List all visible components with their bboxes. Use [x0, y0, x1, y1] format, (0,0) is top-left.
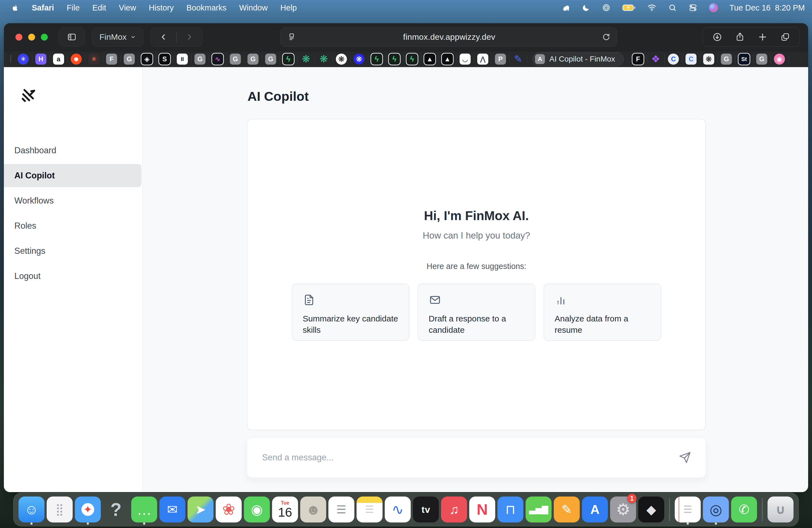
favicon-dribbble[interactable]: ◉ — [774, 54, 785, 64]
favicon-bolt-app[interactable]: ϟ — [407, 54, 418, 64]
battery-charging-icon[interactable] — [622, 4, 636, 12]
favicon-spiral-app[interactable]: ❋ — [318, 54, 329, 64]
dock-app-grid[interactable]: ⣿ — [46, 494, 74, 525]
suggestion-card-analyze-data[interactable]: Analyze data from a resume — [543, 283, 661, 341]
forward-button[interactable] — [177, 28, 202, 46]
page-settings-icon[interactable] — [287, 33, 296, 41]
sidebar-item-dashboard[interactable]: Dashboard — [4, 139, 141, 162]
dock-trash[interactable]: ∪ — [766, 494, 795, 525]
url-text[interactable]: finmox.dev.appwizzy.dev — [296, 32, 602, 42]
minimize-window-button[interactable] — [28, 34, 35, 41]
dock-mail[interactable]: ✉ — [158, 494, 186, 525]
downloads-button[interactable] — [712, 32, 722, 42]
favicon-p-app[interactable]: P — [495, 54, 506, 64]
address-bar[interactable]: finmox.dev.appwizzy.dev — [280, 27, 617, 47]
dock-music[interactable]: ♫ — [440, 494, 468, 525]
favicon-swoosh-app[interactable]: ◡ — [460, 54, 470, 64]
new-tab-button[interactable] — [758, 32, 768, 42]
send-button[interactable] — [679, 451, 691, 464]
menu-window[interactable]: Window — [239, 3, 267, 12]
favicon-openai-blue[interactable]: ❋ — [353, 54, 365, 64]
favicon-chatgpt-blue[interactable]: ✳ — [18, 54, 29, 64]
dock-notes[interactable]: ☰ — [356, 494, 383, 525]
favicon-g-app[interactable]: G — [756, 54, 767, 64]
dock-keynote[interactable]: ⊓ — [496, 494, 524, 525]
share-button[interactable] — [735, 32, 745, 42]
menu-file[interactable]: File — [67, 3, 80, 12]
favicon-figma[interactable]: ❖ — [650, 54, 661, 64]
dock-calendar[interactable]: Tue 16 — [271, 494, 299, 525]
favicon-bolt-app[interactable]: ϟ — [371, 54, 382, 64]
favicon-g-app[interactable]: G — [124, 54, 135, 64]
dock-news[interactable]: N — [468, 494, 496, 525]
dock-facetime[interactable]: ◉ — [243, 494, 271, 525]
favicon-st-app[interactable]: St — [739, 54, 750, 64]
siri-icon[interactable] — [709, 3, 718, 12]
dock-reminders[interactable]: ☰ — [327, 494, 356, 525]
dock-messages[interactable]: … — [130, 494, 158, 525]
favicon-g-app[interactable]: G — [721, 54, 732, 64]
favicon-bolt-app[interactable]: ϟ — [283, 54, 294, 64]
close-window-button[interactable] — [15, 34, 23, 41]
menu-edit[interactable]: Edit — [92, 3, 106, 12]
favicon-g-app[interactable]: G — [230, 54, 241, 64]
sidebar-item-ai-copilot[interactable]: AI Copilot — [4, 164, 141, 187]
dock-finder[interactable]: ☺ — [17, 494, 46, 525]
dock-settings[interactable]: ⚙ — [609, 494, 637, 525]
sidebar-item-roles[interactable]: Roles — [4, 214, 141, 237]
favicon-c-ring[interactable]: C — [668, 54, 679, 64]
dock-freeform[interactable]: ∿ — [383, 494, 412, 525]
dock-phone[interactable]: ✆ — [730, 494, 758, 525]
apple-menu[interactable] — [12, 4, 19, 12]
favicon-g-app[interactable]: G — [265, 54, 276, 64]
favicon-g-app[interactable]: G — [194, 54, 205, 64]
screen-mirroring-icon[interactable] — [602, 3, 611, 12]
favicon-vercel[interactable]: ▲ — [442, 54, 453, 64]
dock-separator[interactable] — [669, 498, 670, 521]
sidebar-item-settings[interactable]: Settings — [4, 239, 141, 263]
zoom-window-button[interactable] — [41, 34, 48, 41]
favicon-vercel[interactable]: ▲ — [424, 54, 435, 64]
message-input[interactable] — [262, 452, 679, 463]
favicon-bolt-app[interactable]: ϟ — [389, 54, 400, 64]
dock-pages[interactable]: ✎ — [553, 494, 581, 525]
dock-camera-app[interactable]: ◎ — [702, 494, 730, 525]
dock-maps[interactable]: ➤ — [186, 494, 215, 525]
dock-apple-tv[interactable]: tv — [412, 494, 440, 525]
tab-overview-button[interactable] — [780, 32, 790, 42]
menu-safari[interactable]: Safari — [32, 3, 54, 12]
dock-photos[interactable]: ❀ — [215, 494, 243, 525]
menu-view[interactable]: View — [119, 3, 136, 12]
dock-missing-app[interactable]: ? — [102, 494, 130, 525]
dock-contacts[interactable]: ☻ — [299, 494, 327, 525]
menu-help[interactable]: Help — [280, 3, 297, 12]
suggestion-card-summarize[interactable]: Summarize key candidate skills — [292, 283, 409, 341]
favicon-waveform-app[interactable]: ∿ — [212, 54, 223, 64]
sidebar-item-workflows[interactable]: Workflows — [4, 189, 141, 212]
dock-separator[interactable] — [762, 498, 763, 521]
sidebar-item-logout[interactable]: Logout — [4, 265, 141, 288]
favicon-sailboat-app[interactable]: ⋀ — [477, 54, 488, 64]
favicon-openai-white[interactable]: ❋ — [336, 54, 347, 64]
menu-bookmarks[interactable]: Bookmarks — [186, 3, 227, 12]
back-button[interactable] — [151, 28, 176, 46]
favicon-figma-dark[interactable]: F — [633, 54, 643, 64]
menu-bar-clock[interactable]: Tue Dec 16 8:20 PM — [729, 3, 805, 12]
favicon-spiral-app[interactable]: ❋ — [301, 54, 311, 64]
dock-numbers[interactable]: ▃▅▇ — [524, 494, 553, 525]
favicon-s-app[interactable]: S — [159, 54, 170, 64]
dock-safari[interactable]: ✦ — [74, 494, 102, 525]
favicon-h-app[interactable]: H — [35, 54, 46, 64]
wifi-icon[interactable] — [647, 4, 656, 12]
app-blob-icon[interactable] — [562, 3, 570, 12]
favicon-amazon[interactable]: a — [53, 54, 64, 64]
do-not-disturb-moon-icon[interactable] — [582, 4, 590, 12]
site-menu-button[interactable]: FinMox — [92, 28, 143, 46]
favicon-openai-light[interactable]: ❋ — [703, 54, 714, 64]
favicon-pause-app[interactable]: II — [177, 54, 188, 64]
spotlight-search-icon[interactable] — [668, 3, 677, 12]
favicon-g-app[interactable]: G — [247, 54, 259, 64]
favicon-reddit[interactable]: ☻ — [71, 54, 82, 64]
dock-textedit[interactable]: ☰ — [673, 494, 702, 525]
control-center-icon[interactable] — [688, 3, 697, 12]
